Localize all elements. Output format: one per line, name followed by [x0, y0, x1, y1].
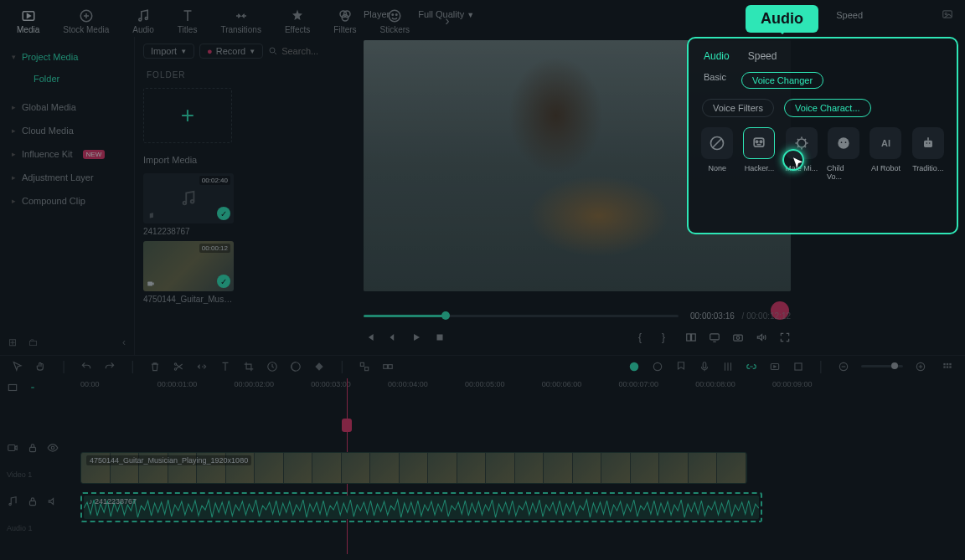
hand-tool-icon[interactable] [35, 361, 47, 372]
play-icon[interactable] [410, 331, 422, 343]
video-track-icon[interactable] [7, 442, 18, 454]
sidebar-folder[interactable]: Folder [0, 74, 134, 84]
mute-icon[interactable] [47, 496, 59, 507]
ruler-tick: 00:00:02:00 [235, 380, 275, 388]
compare-icon[interactable] [685, 331, 697, 343]
svg-point-36 [175, 362, 177, 364]
collapse-icon[interactable]: ‹ [122, 337, 126, 348]
visibility-icon[interactable] [47, 442, 59, 454]
timeline-ruler[interactable]: 00:0000:00:01:0000:00:02:0000:00:03:0000… [80, 380, 772, 398]
delete-icon[interactable] [149, 361, 161, 372]
media-clip-audio[interactable]: 00:02:40 ✓ 2412238767 [143, 173, 234, 236]
zoom-slider[interactable] [861, 365, 903, 367]
lock-icon[interactable] [27, 442, 39, 454]
link-icon[interactable] [746, 361, 757, 372]
playhead[interactable] [347, 378, 348, 554]
inspector-tab-speed[interactable]: Speed [748, 50, 777, 62]
voice-none[interactable]: None [700, 127, 734, 181]
sidebar-global-media[interactable]: ▸Global Media [0, 95, 134, 119]
timecode: 00:00:03:16 / 00:00:12:12 [690, 311, 791, 321]
render-icon[interactable] [769, 361, 781, 372]
pointer-tool-icon[interactable] [12, 361, 23, 372]
tab-effects[interactable]: Effects [285, 8, 310, 34]
sidebar-project-media[interactable]: ▾Project Media [0, 45, 134, 69]
voice-ai-robot[interactable]: AI AI Robot [869, 127, 902, 181]
sidebar-project-label: Project Media [22, 52, 78, 62]
voice-hacker[interactable]: Hacker... [742, 127, 776, 181]
search-input[interactable] [281, 46, 348, 56]
child-icon [835, 135, 852, 152]
zoom-out-icon[interactable] [838, 361, 849, 372]
mark-out-icon[interactable]: } [662, 331, 673, 343]
snapshot-icon[interactable] [732, 331, 744, 343]
tab-media[interactable]: Media [17, 8, 39, 34]
tab-audio-label: Audio [132, 25, 154, 34]
color-icon[interactable] [290, 361, 302, 372]
tab-transitions[interactable]: Transitions [220, 8, 261, 34]
audio-clip-selected[interactable]: ♪ 2412238767 [80, 492, 762, 522]
display-icon[interactable] [709, 331, 720, 343]
zoom-in-icon[interactable] [915, 361, 926, 372]
ungroup-icon[interactable] [382, 361, 394, 372]
audio-mix-icon[interactable] [722, 361, 734, 372]
add-media-button[interactable]: + [143, 88, 232, 143]
svg-rect-23 [734, 335, 743, 341]
media-clip-video[interactable]: 00:00:12 ✓ 4750144_Guitar_Musician_Pl... [143, 241, 234, 304]
sidebar-compound-clip[interactable]: ▸Compound Clip [0, 189, 134, 213]
fullscreen-icon[interactable] [779, 331, 791, 343]
timeline-options-icon[interactable] [942, 361, 953, 372]
svg-point-15 [191, 200, 194, 203]
speed-icon[interactable] [266, 361, 278, 372]
new-bin-icon[interactable]: ⊞ [8, 337, 17, 348]
volume-icon[interactable] [756, 331, 767, 343]
mark-in-icon[interactable]: { [638, 331, 650, 343]
redo-icon[interactable] [104, 361, 116, 372]
subtab-voice-changer[interactable]: Voice Changer [741, 72, 823, 89]
tab-titles[interactable]: Titles [178, 8, 198, 34]
image-icon[interactable] [942, 8, 953, 20]
voice-traditional[interactable]: Traditio... [911, 127, 945, 181]
snap-icon[interactable] [792, 361, 804, 372]
undo-icon[interactable] [80, 361, 92, 372]
text-icon[interactable] [219, 361, 231, 372]
step-back-icon[interactable] [387, 331, 399, 343]
sidebar-adjustment-layer[interactable]: ▸Adjustment Layer [0, 166, 134, 189]
keyframe-icon[interactable] [313, 361, 325, 372]
video-clip[interactable]: 4750144_Guitar_Musician_Playing_1920x108… [80, 452, 747, 484]
lock-icon[interactable] [27, 496, 39, 507]
inspector-tab-audio[interactable]: Audio [704, 50, 730, 62]
search-box[interactable] [268, 46, 348, 56]
sidebar-cloud-media[interactable]: ▸Cloud Media [0, 119, 134, 142]
marker-icon[interactable] [675, 361, 687, 372]
new-folder-icon[interactable]: 🗀 [28, 337, 39, 348]
timeline-toggle-icon[interactable] [7, 382, 18, 393]
audio-track-icon[interactable] [7, 496, 18, 507]
voice-tool-icon[interactable] [652, 361, 663, 372]
record-button[interactable]: ●Record▼ [199, 44, 263, 59]
split-icon[interactable] [173, 361, 184, 372]
ripple-icon[interactable] [196, 361, 208, 372]
stop-icon[interactable] [434, 331, 446, 343]
option-voice-characters[interactable]: Voice Charact... [784, 99, 871, 117]
fx-badge-button[interactable] [771, 301, 789, 320]
voice-label: Traditio... [912, 164, 943, 172]
voice-child[interactable]: Child Vo... [827, 127, 860, 181]
subtab-basic[interactable]: Basic [704, 72, 726, 89]
tab-stock-media[interactable]: Stock Media [63, 8, 109, 34]
sidebar-influence-kit[interactable]: ▸Influence KitNEW [0, 142, 134, 166]
tab-audio[interactable]: Audio [132, 8, 154, 34]
crop-icon[interactable] [243, 361, 255, 372]
scrub-bar[interactable] [364, 315, 679, 317]
scrub-handle[interactable] [441, 311, 450, 320]
option-voice-filters[interactable]: Voice Filters [702, 99, 774, 117]
import-button[interactable]: Import▼ [143, 44, 194, 59]
timeline-link-icon[interactable] [27, 382, 39, 393]
svg-rect-47 [771, 363, 778, 369]
svg-rect-16 [147, 282, 152, 286]
quality-dropdown[interactable]: Full Quality ▼ [418, 9, 474, 19]
prev-frame-icon[interactable] [364, 331, 375, 343]
group-icon[interactable] [359, 361, 370, 372]
mic-icon[interactable] [699, 361, 710, 372]
ai-tool-icon[interactable] [628, 361, 640, 372]
svg-rect-20 [687, 334, 691, 341]
